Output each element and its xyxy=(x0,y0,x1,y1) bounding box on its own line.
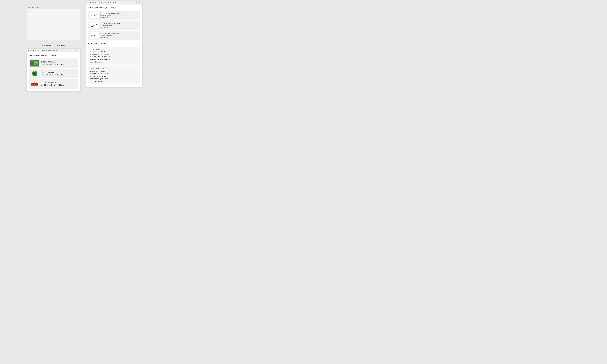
subscription-section-title: Subscription Listings - 3 row(s) xyxy=(88,6,117,9)
notes-textarea[interactable] xyxy=(27,9,80,41)
thumb-svg-3 xyxy=(30,80,39,87)
svg-rect-6 xyxy=(35,63,37,65)
subscription-more-button[interactable]: ⋮ xyxy=(138,6,140,9)
work-order-title: Work Order -Notes [5] xyxy=(27,6,80,8)
signature-item-3[interactable]: SIGN-ENGEMAN-Signature 01 29052024-03490… xyxy=(88,31,140,40)
interactions-section: Interactions - 2 row(s) ⋮ Code: 10000000… xyxy=(88,42,140,84)
svg-rect-17 xyxy=(32,84,33,85)
close-button[interactable]: ✕ xyxy=(77,49,79,52)
main-window: ← Engeman 11.2.5 R3 - Engeman® Mobile – … xyxy=(86,0,142,87)
attachment-thumb-1 xyxy=(30,60,39,66)
sig-svg-3 xyxy=(90,33,98,38)
attachments-app-name: Engeman 11.2.5 R3 - Engeman® Mobile xyxy=(31,50,57,51)
attachment-name-3: ENGEMAN-Picture 03 -foto_29_05_2024_15_5… xyxy=(41,82,64,86)
employee-label-1: Employee: xyxy=(90,53,98,55)
signature-role-3: Responsible xyxy=(100,37,138,38)
svg-point-5 xyxy=(36,62,37,63)
main-app-name: Engeman 11.2.5 R3 - Engeman® Mobile xyxy=(90,2,117,3)
svg-rect-19 xyxy=(34,82,35,83)
svg-rect-2 xyxy=(31,62,34,65)
interactions-section-header: Interactions - 2 row(s) ⋮ xyxy=(88,42,140,45)
main-titlebar-left: ← Engeman 11.2.5 R3 - Engeman® Mobile xyxy=(88,1,117,3)
type-value-2: Message xyxy=(104,78,110,80)
notes-label-2: Notes: xyxy=(90,80,95,82)
minimize-button[interactable]: – xyxy=(71,49,73,52)
attachment-thumb-2 xyxy=(30,70,39,77)
workorder-value-2: 000074 xyxy=(100,70,105,72)
signature-item-2[interactable]: SIGN-ENGEMAN-Signature 02 29052024-03485… xyxy=(88,21,140,30)
svg-point-10 xyxy=(33,72,36,75)
main-window-content: Subscription Listings - 3 row(s) ⋮ SIGN-… xyxy=(86,4,142,87)
main-back-button[interactable]: ← xyxy=(88,1,89,3)
action-buttons: ✔ Confirm ✖ Cancel xyxy=(27,43,80,48)
interaction-type-2: Interactions Type: Message xyxy=(90,78,138,80)
cancel-button[interactable]: ✖ Cancel xyxy=(56,43,66,48)
confirm-button[interactable]: ✔ Confirm xyxy=(40,43,52,48)
thumb-svg-1 xyxy=(30,60,39,66)
notes-value-2: interactions xyxy=(95,80,103,82)
workorder-label-1: Work Order: xyxy=(90,51,99,53)
interactions-section-title: Interactions - 2 row(s) xyxy=(88,42,108,45)
date-label-1: Date: xyxy=(90,56,94,58)
svg-rect-13 xyxy=(34,76,36,77)
svg-rect-4 xyxy=(32,62,33,64)
interaction-card-1[interactable]: Code: 1000000001 Work Order: 000074 Empl… xyxy=(88,47,140,65)
signature-item-1[interactable]: SIGN-ENGEMAN-Signature 01 29052024-03484… xyxy=(88,11,140,20)
attachment-item-3[interactable]: ENGEMAN-Picture 03 -foto_29_05_2024_15_5… xyxy=(29,79,78,89)
x-icon: ✖ xyxy=(57,44,59,47)
interaction-workorder-1: Work Order: 000074 xyxy=(90,51,138,53)
interactions-more-button[interactable]: ⋮ xyxy=(138,42,140,45)
type-value-1: Message xyxy=(104,58,110,60)
check-icon: ✔ xyxy=(42,44,44,47)
date-value-1: 5/29/2024 3:51:19 PM xyxy=(94,56,110,58)
interaction-employee-2: Employee: RAMON MOURA xyxy=(90,72,138,75)
interaction-date-1: Date: 5/29/2024 3:51:19 PM xyxy=(90,56,138,58)
type-label-2: Interactions Type: xyxy=(90,78,104,80)
sig-svg-1 xyxy=(90,12,98,18)
main-restore-button[interactable]: □ xyxy=(136,1,138,4)
notes-label-1: Notes: xyxy=(90,61,95,63)
confirm-label: Confirm xyxy=(44,45,51,47)
attachment-thumb-3 xyxy=(30,80,39,87)
signature-date-3: 29052024-034909 xyxy=(100,35,138,36)
attachments-more-button[interactable]: ⋮ xyxy=(76,54,78,57)
back-button[interactable]: ← xyxy=(28,50,30,52)
signature-date-2: 29052024-034854 xyxy=(100,25,138,26)
main-minimize-button[interactable]: – xyxy=(133,1,135,4)
interaction-code-1: Code: 1000000001 xyxy=(90,48,138,51)
signature-info-3: SIGN-ENGEMAN-Signature 01 29052024-03490… xyxy=(100,33,138,38)
svg-point-22 xyxy=(91,16,92,16)
svg-point-20 xyxy=(34,84,35,85)
work-order-panel: Work Order -Notes [5] ✔ Confirm ✖ Cancel xyxy=(27,6,80,48)
signature-img-2 xyxy=(90,22,99,28)
workorder-value-1: 000074 xyxy=(100,51,105,53)
signature-info-2: SIGN-ENGEMAN-Signature 02 29052024-03485… xyxy=(100,23,138,28)
code-label-1: Code: xyxy=(90,48,94,50)
attachments-content: Search Attachments - 3 row(s) ⋮ ENGEMAN-… xyxy=(27,52,80,91)
workorder-label-2: Work Order: xyxy=(90,70,99,72)
attachment-item-1[interactable]: ENGEMAN-Picture 01 -foto_29_05_2024_15_4… xyxy=(29,58,78,68)
signature-name-1: SIGN-ENGEMAN-Signature 01 xyxy=(100,12,138,14)
interaction-notes-2: Notes: interactions xyxy=(90,80,138,83)
date-value-2: 5/29/2024 3:51:24 PM xyxy=(94,75,110,77)
attachments-section-title: Search Attachments - 3 row(s) xyxy=(29,54,57,57)
notes-value-1: interactions xyxy=(95,61,103,63)
main-close-button[interactable]: ✕ xyxy=(139,1,141,4)
employee-label-2: Employee: xyxy=(90,73,98,75)
interaction-card-2[interactable]: Code: 1000000002 Work Order: 000074 Empl… xyxy=(88,66,140,84)
interaction-date-2: Date: 5/29/2024 3:51:24 PM xyxy=(90,75,138,78)
attachment-item-2[interactable]: ENGEMAN-Picture 02 -foto_29_05_2024_15_5… xyxy=(29,69,78,78)
code-label-2: Code: xyxy=(90,68,94,69)
thumb-svg-2 xyxy=(30,70,39,77)
signature-name-2: SIGN-ENGEMAN-Signature 02 xyxy=(100,23,138,24)
sig-svg-2 xyxy=(90,23,98,28)
svg-rect-21 xyxy=(31,85,38,86)
attachment-name-1: ENGEMAN-Picture 01 -foto_29_05_2024_15_4… xyxy=(41,61,64,65)
interaction-notes-1: Notes: interactions xyxy=(90,61,138,63)
svg-rect-3 xyxy=(35,61,38,65)
main-titlebar-controls: – □ ✕ xyxy=(133,1,141,4)
interaction-employee-1: Employee: RAMON MOURA xyxy=(90,53,138,56)
interaction-workorder-2: Work Order: 000074 xyxy=(90,70,138,73)
restore-button[interactable]: □ xyxy=(74,49,76,52)
cancel-label: Cancel xyxy=(59,45,65,47)
